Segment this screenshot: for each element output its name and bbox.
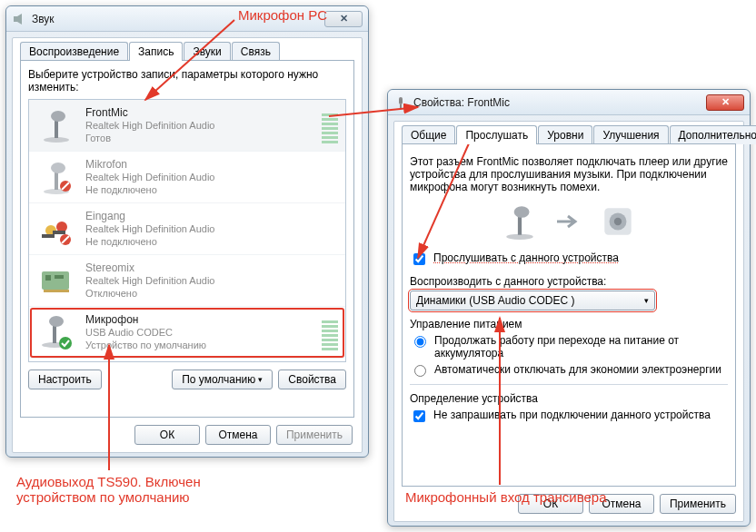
close-button[interactable]: ✕ (706, 94, 744, 111)
level-meter (322, 107, 338, 143)
tab-strip: Общие Прослушать Уровни Улучшения Дополн… (402, 125, 736, 144)
close-button[interactable]: ✕ (324, 11, 363, 27)
svg-rect-17 (44, 290, 69, 292)
tab-listen[interactable]: Прослушать (456, 125, 537, 144)
svg-point-4 (51, 111, 65, 122)
speaker-icon (599, 202, 637, 241)
chevron-down-icon: ▾ (644, 296, 649, 305)
soundcard-icon (36, 261, 76, 300)
device-name: Eingang (85, 210, 338, 223)
titlebar[interactable]: Свойства: FrontMic ✕ (388, 90, 750, 115)
svg-rect-0 (14, 16, 17, 22)
annotation-top: Микрофон PC (238, 7, 327, 23)
device-status: Не подключено (85, 236, 338, 249)
device-name: Stereomix (85, 261, 338, 275)
svg-point-26 (514, 206, 530, 218)
properties-window: Свойства: FrontMic ✕ Общие Прослушать Ур… (387, 89, 751, 527)
playback-device-dropdown[interactable]: Динамики (USB Audio CODEC ) ▾ (410, 291, 655, 310)
tab-sounds[interactable]: Звуки (184, 42, 230, 61)
detect-checkbox-label: Не запрашивать при подключении данного у… (433, 409, 711, 421)
device-name: FrontMic (85, 106, 313, 120)
tab-advanced[interactable]: Дополнительно (670, 125, 756, 144)
power-radio-1[interactable]: Продолжать работу при переходе на питани… (410, 334, 728, 360)
mic-icon (36, 105, 76, 145)
device-driver: Realtek High Definition Audio (85, 120, 313, 133)
device-name: Микрофон (85, 313, 313, 327)
power-radio-label: Автоматически отключать для экономии эле… (434, 363, 721, 376)
svg-point-7 (51, 163, 65, 173)
listen-checkbox-row[interactable]: Прослушивать с данного устройства (410, 251, 728, 268)
device-driver: USB Audio CODEC (85, 327, 313, 340)
svg-point-20 (49, 316, 64, 327)
annotation-bottom-right: Микрофонный вход трансивера (405, 489, 606, 505)
device-list[interactable]: FrontMic Realtek High Definition Audio Г… (28, 99, 346, 362)
tab-playback[interactable]: Воспроизведение (20, 42, 128, 61)
svg-rect-22 (399, 97, 403, 104)
device-row[interactable]: Mikrofon Realtek High Definition Audio Н… (29, 152, 345, 203)
device-row[interactable]: Eingang Realtek High Definition Audio Не… (29, 203, 345, 255)
annotation-bottom-left: Аудиовыход TS590. Включен устройством по… (16, 474, 201, 505)
svg-point-29 (614, 218, 622, 225)
tab-levels[interactable]: Уровни (538, 125, 592, 144)
tab-enhancements[interactable]: Улучшения (593, 125, 668, 144)
svg-rect-23 (400, 104, 402, 108)
svg-rect-11 (42, 234, 55, 238)
tab-general[interactable]: Общие (402, 125, 455, 144)
device-status: Готов (85, 133, 313, 145)
mic-icon (501, 202, 539, 241)
svg-point-21 (59, 337, 72, 350)
device-name: Mikrofon (85, 158, 338, 172)
svg-rect-3 (55, 120, 58, 138)
mic-icon (36, 157, 76, 197)
description-text: Этот разъем FrontMic позволяет подключат… (410, 155, 728, 193)
power-group-label: Управление питанием (410, 318, 728, 330)
power-radio-continue[interactable] (414, 336, 426, 348)
tab-strip: Воспроизведение Запись Звуки Связь (20, 42, 354, 61)
listen-checkbox-label: Прослушивать с данного устройства (433, 251, 619, 264)
power-radio-auto-off[interactable] (414, 365, 426, 377)
apply-button[interactable]: Применить (276, 425, 353, 445)
playback-label: Воспроизводить с данного устройства: (410, 275, 728, 288)
properties-button[interactable]: Свойства (278, 369, 346, 389)
window-title: Свойства: FrontMic (413, 96, 706, 109)
device-row[interactable]: Stereomix Realtek High Definition Audio … (29, 255, 345, 307)
device-status: Устройство по умолчанию (85, 340, 313, 352)
mic-icon (393, 95, 408, 110)
cancel-button[interactable]: Отмена (205, 425, 271, 445)
tab-recording[interactable]: Запись (129, 42, 183, 61)
device-driver: Realtek High Definition Audio (85, 275, 338, 288)
playback-device-value: Динамики (USB Audio CODEC ) (416, 294, 574, 307)
svg-rect-12 (53, 231, 65, 234)
power-radio-2[interactable]: Автоматически отключать для экономии эле… (410, 363, 728, 377)
instruction-text: Выберите устройство записи, параметры ко… (28, 68, 346, 94)
device-row[interactable]: FrontMic Realtek High Definition Audio Г… (29, 100, 345, 152)
svg-marker-1 (17, 14, 22, 25)
sound-window: Звук ✕ Воспроизведение Запись Звуки Связ… (5, 5, 369, 458)
detect-checkbox[interactable] (413, 410, 425, 422)
mic-icon (36, 312, 76, 352)
set-default-button[interactable]: По умолчанию (172, 369, 273, 389)
sound-icon (12, 12, 26, 26)
listen-checkbox[interactable] (413, 253, 425, 265)
device-driver: Realtek High Definition Audio (85, 172, 338, 184)
power-radio-label: Продолжать работу при переходе на питани… (434, 334, 728, 360)
detect-group-label: Определение устройства (410, 392, 728, 405)
arrow-right-icon (555, 212, 582, 231)
line-in-icon (36, 209, 76, 249)
svg-rect-6 (55, 172, 58, 190)
ok-button[interactable]: ОК (134, 425, 200, 445)
configure-button[interactable]: Настроить (28, 369, 102, 389)
svg-rect-16 (55, 275, 64, 279)
detect-checkbox-row[interactable]: Не запрашивать при подключении данного у… (410, 409, 728, 425)
level-meter (322, 314, 338, 350)
device-status: Отключено (85, 288, 338, 300)
svg-rect-25 (518, 216, 522, 235)
svg-rect-15 (45, 275, 51, 281)
apply-button[interactable]: Применить (660, 494, 736, 514)
device-status: Не подключено (85, 184, 338, 197)
tab-communications[interactable]: Связь (232, 42, 280, 61)
device-row-selected[interactable]: Микрофон USB Audio CODEC Устройство по у… (29, 307, 345, 359)
svg-rect-19 (53, 325, 56, 343)
device-driver: Realtek High Definition Audio (85, 223, 338, 236)
